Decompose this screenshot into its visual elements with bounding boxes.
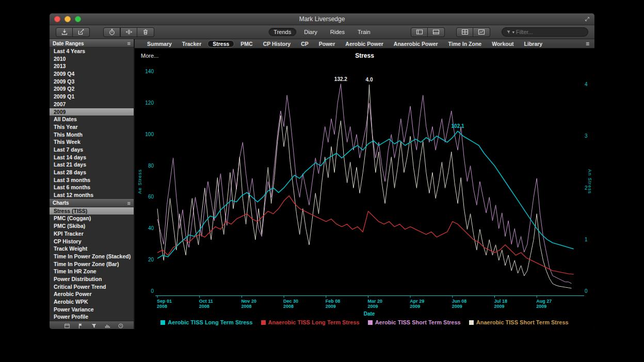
- date-range-item-this-week[interactable]: This Week: [50, 138, 134, 146]
- chart-item-power-distribution[interactable]: Power Distribution: [50, 275, 134, 283]
- chart-item-time-in-power-zone-bar[interactable]: Time In Power Zone (Bar): [50, 260, 134, 268]
- zoom-button[interactable]: [75, 16, 81, 22]
- date-range-item-last-7-days[interactable]: Last 7 days: [50, 146, 134, 154]
- tab-pmc[interactable]: PMC: [236, 40, 256, 47]
- date-range-item-2009-q4[interactable]: 2009 Q4: [50, 70, 134, 78]
- tab-cp-history[interactable]: CP History: [259, 40, 295, 47]
- date-range-item-this-year[interactable]: This Year: [50, 123, 134, 131]
- minimize-button[interactable]: [65, 16, 71, 22]
- date-range-item-last-3-months[interactable]: Last 3 months: [50, 176, 134, 184]
- x-axis-line: [155, 296, 584, 298]
- date-range-item-2009-q3[interactable]: 2009 Q3: [50, 78, 134, 86]
- date-range-item-last-6-months[interactable]: Last 6 months: [50, 184, 134, 191]
- clock-icon[interactable]: [118, 323, 124, 329]
- chart-view-button[interactable]: [473, 27, 490, 37]
- content-area: SummaryTrackerStressPMCCP HistoryCPPower…: [135, 39, 594, 329]
- trash-button[interactable]: [137, 27, 154, 37]
- x-axis-tick: Mar 202009: [367, 299, 382, 309]
- flag-icon[interactable]: [77, 323, 84, 329]
- chart-item-time-in-power-zone-stacked[interactable]: Time In Power Zone (Stacked): [50, 253, 134, 260]
- date-ranges-list: Last 4 Years201020132009 Q42009 Q32009 Q…: [50, 47, 134, 199]
- date-range-item-last-28-days[interactable]: Last 28 days: [50, 169, 134, 176]
- legend-label: Aerobic TISS Long Term Stress: [168, 319, 252, 325]
- chart-item-aerobic-power[interactable]: Aerobic Power: [50, 290, 134, 298]
- fullscreen-icon[interactable]: [584, 16, 590, 22]
- date-range-item-2009[interactable]: 2009: [50, 108, 134, 116]
- tabbar-menu-icon[interactable]: ≡: [586, 40, 589, 47]
- date-range-item-2013[interactable]: 2013: [50, 62, 134, 70]
- chart-item-critical-power-trend[interactable]: Critical Power Trend: [50, 283, 134, 291]
- tab-library[interactable]: Library: [520, 40, 547, 47]
- date-range-item-last-12-months[interactable]: Last 12 months: [50, 191, 134, 199]
- calendar-icon[interactable]: [64, 323, 70, 329]
- sidebar-bottom-toolbar: [50, 321, 134, 329]
- charts-list: Stress (TISS)PMC (Coggan)PMC (Skiba)KPI …: [50, 207, 134, 321]
- peak-annotation: 4.0: [366, 77, 373, 83]
- tab-tracker[interactable]: Tracker: [178, 40, 205, 47]
- filter-input[interactable]: [516, 29, 584, 35]
- stats-bars-icon[interactable]: [104, 323, 110, 329]
- tab-summary[interactable]: Summary: [143, 40, 176, 47]
- date-range-item-this-month[interactable]: This Month: [50, 131, 134, 139]
- chart-item-kpi-tracker[interactable]: KPI Tracker: [50, 230, 134, 238]
- toolbar-tab-rides[interactable]: Rides: [325, 28, 350, 36]
- save-button[interactable]: [56, 27, 73, 37]
- window-title: Mark Liversedge: [50, 15, 594, 23]
- chart-item-track-weight[interactable]: Track Weight: [50, 245, 134, 253]
- tiled-view-button[interactable]: [456, 27, 473, 37]
- toolbar-tab-trends[interactable]: Trends: [268, 28, 296, 36]
- date-range-item-2009-q2[interactable]: 2009 Q2: [50, 85, 134, 93]
- chart-item-pmc-coggan[interactable]: PMC (Coggan): [50, 215, 134, 222]
- x-axis-tick: Aug 272009: [536, 299, 552, 309]
- peak-annotation: 102.1: [452, 123, 464, 129]
- date-range-item-2007[interactable]: 2007: [50, 101, 134, 108]
- x-axis-tick: Sep 012008: [157, 299, 172, 309]
- close-button[interactable]: [54, 16, 60, 22]
- legend-swatch: [469, 320, 474, 325]
- edit-button[interactable]: [73, 27, 90, 37]
- bottombar-toggle-button[interactable]: [428, 27, 445, 37]
- legend-item-anaerobic-tiss-long-term-stress: Anaerobic TISS Long Term Stress: [261, 319, 360, 325]
- chart-legend: Aerobic TISS Long Term StressAnaerobic T…: [135, 319, 594, 325]
- chart-pane: More... Stress Aerobic TISS Long Term St…: [135, 48, 594, 329]
- stopwatch-button[interactable]: [103, 27, 120, 37]
- tab-workout[interactable]: Workout: [488, 40, 518, 47]
- split-view-button[interactable]: [120, 27, 137, 37]
- y-axis-left-tick: 100: [135, 131, 154, 137]
- menu-icon[interactable]: ≡: [127, 40, 131, 46]
- date-range-item-last-4-years[interactable]: Last 4 Years: [50, 47, 134, 55]
- chart-item-time-in-hr-zone[interactable]: Time In HR Zone: [50, 268, 134, 275]
- chart-item-cp-history[interactable]: CP History: [50, 238, 134, 245]
- tab-anaerobic-power[interactable]: Anaerobic Power: [390, 40, 442, 47]
- tab-power[interactable]: Power: [315, 40, 340, 47]
- date-range-item-last-14-days[interactable]: Last 14 days: [50, 154, 134, 161]
- tab-cp[interactable]: CP: [297, 40, 313, 47]
- chart-item-power-variance[interactable]: Power Variance: [50, 306, 134, 314]
- tab-aerobic-power[interactable]: Aerobic Power: [341, 40, 388, 47]
- filter-field[interactable]: ▾: [502, 27, 588, 37]
- date-ranges-header: Date Ranges ≡: [50, 39, 134, 47]
- toolbar-tab-train[interactable]: Train: [352, 28, 376, 36]
- legend-item-aerobic-tiss-short-term-stress: Aerobic TISS Short Term Stress: [368, 319, 461, 325]
- view-switcher: TrendsDiaryRidesTrain: [268, 28, 375, 36]
- menu-icon[interactable]: ≡: [127, 200, 131, 206]
- funnel-icon[interactable]: [91, 323, 97, 329]
- toolbar-tab-diary[interactable]: Diary: [299, 28, 323, 36]
- chevron-down-icon: ▾: [512, 30, 514, 35]
- date-range-item-all-dates[interactable]: All Dates: [50, 116, 134, 123]
- date-range-item-last-21-days[interactable]: Last 21 days: [50, 161, 134, 169]
- chart-item-power-profile[interactable]: Power Profile: [50, 313, 134, 321]
- chart-item-stress-tiss[interactable]: Stress (TISS): [50, 207, 134, 215]
- legend-swatch: [160, 320, 165, 325]
- chart-item-pmc-skiba[interactable]: PMC (Skiba): [50, 222, 134, 230]
- chart-item-aerobic-wpk[interactable]: Aerobic WPK: [50, 298, 134, 306]
- x-axis-tick: Oct 112008: [199, 299, 213, 309]
- sidebar-toggle-button[interactable]: [411, 27, 428, 37]
- tab-stress[interactable]: Stress: [207, 40, 234, 47]
- more-link[interactable]: More...: [141, 53, 158, 59]
- date-range-item-2009-q1[interactable]: 2009 Q1: [50, 93, 134, 101]
- legend-item-anaerobic-tiss-short-term-stress: Anaerobic TISS Short Term Stress: [469, 319, 569, 325]
- date-range-item-2010[interactable]: 2010: [50, 55, 134, 63]
- tab-time-in-zone[interactable]: Time In Zone: [444, 40, 486, 47]
- x-axis-tick: Apr 292009: [410, 299, 424, 309]
